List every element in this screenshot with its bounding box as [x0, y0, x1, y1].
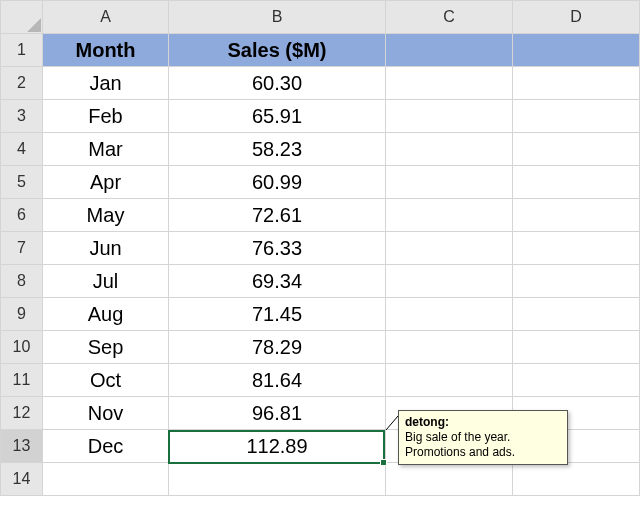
row-header[interactable]: 2 — [1, 67, 43, 100]
row-header[interactable]: 10 — [1, 331, 43, 364]
cell-C9[interactable] — [386, 298, 513, 331]
row-header[interactable]: 14 — [1, 463, 43, 496]
row-header[interactable]: 5 — [1, 166, 43, 199]
cell-B3[interactable]: 65.91 — [169, 100, 386, 133]
cell-A4[interactable]: Mar — [43, 133, 169, 166]
cell-C5[interactable] — [386, 166, 513, 199]
row-header[interactable]: 7 — [1, 232, 43, 265]
cell-C10[interactable] — [386, 331, 513, 364]
cell-D14[interactable] — [513, 463, 640, 496]
cell-D8[interactable] — [513, 265, 640, 298]
row-header[interactable]: 8 — [1, 265, 43, 298]
cell-B14[interactable] — [169, 463, 386, 496]
comment-text-line: Big sale of the year. — [405, 430, 510, 444]
row-header[interactable]: 6 — [1, 199, 43, 232]
cell-D1[interactable] — [513, 34, 640, 67]
cell-B2[interactable]: 60.30 — [169, 67, 386, 100]
cell-C4[interactable] — [386, 133, 513, 166]
cell-B8[interactable]: 69.34 — [169, 265, 386, 298]
cell-A5[interactable]: Apr — [43, 166, 169, 199]
row-header[interactable]: 13 — [1, 430, 43, 463]
cell-A6[interactable]: May — [43, 199, 169, 232]
cell-B5[interactable]: 60.99 — [169, 166, 386, 199]
cell-D5[interactable] — [513, 166, 640, 199]
cell-B1[interactable]: Sales ($M) — [169, 34, 386, 67]
row-header[interactable]: 1 — [1, 34, 43, 67]
comment-tooltip[interactable]: detong: Big sale of the year. Promotions… — [398, 410, 568, 465]
cell-A3[interactable]: Feb — [43, 100, 169, 133]
cell-B12[interactable]: 96.81 — [169, 397, 386, 430]
fill-handle[interactable] — [380, 459, 387, 466]
cell-C2[interactable] — [386, 67, 513, 100]
cell-D6[interactable] — [513, 199, 640, 232]
cell-C3[interactable] — [386, 100, 513, 133]
cell-A1[interactable]: Month — [43, 34, 169, 67]
select-all-triangle-icon — [27, 18, 41, 32]
cell-C14[interactable] — [386, 463, 513, 496]
row-header[interactable]: 9 — [1, 298, 43, 331]
cell-B9[interactable]: 71.45 — [169, 298, 386, 331]
cell-B6[interactable]: 72.61 — [169, 199, 386, 232]
cell-C11[interactable] — [386, 364, 513, 397]
cell-A12[interactable]: Nov — [43, 397, 169, 430]
cell-C7[interactable] — [386, 232, 513, 265]
row-header[interactable]: 11 — [1, 364, 43, 397]
column-header-A[interactable]: A — [43, 1, 169, 34]
comment-text-line: Promotions and ads. — [405, 445, 515, 459]
cell-C6[interactable] — [386, 199, 513, 232]
cell-A11[interactable]: Oct — [43, 364, 169, 397]
cell-D7[interactable] — [513, 232, 640, 265]
cell-D3[interactable] — [513, 100, 640, 133]
cell-A9[interactable]: Aug — [43, 298, 169, 331]
cell-C1[interactable] — [386, 34, 513, 67]
cell-B11[interactable]: 81.64 — [169, 364, 386, 397]
row-header[interactable]: 12 — [1, 397, 43, 430]
cell-A13[interactable]: Dec — [43, 430, 169, 463]
row-header[interactable]: 4 — [1, 133, 43, 166]
cell-B7[interactable]: 76.33 — [169, 232, 386, 265]
column-header-C[interactable]: C — [386, 1, 513, 34]
cell-C8[interactable] — [386, 265, 513, 298]
svg-marker-0 — [27, 18, 41, 32]
cell-D9[interactable] — [513, 298, 640, 331]
cell-B4[interactable]: 58.23 — [169, 133, 386, 166]
select-all-corner[interactable] — [1, 1, 43, 34]
row-header[interactable]: 3 — [1, 100, 43, 133]
cell-A2[interactable]: Jan — [43, 67, 169, 100]
cell-A7[interactable]: Jun — [43, 232, 169, 265]
cell-D2[interactable] — [513, 67, 640, 100]
cell-B13[interactable]: 112.89 — [169, 430, 386, 463]
cell-A10[interactable]: Sep — [43, 331, 169, 364]
column-header-D[interactable]: D — [513, 1, 640, 34]
cell-B10[interactable]: 78.29 — [169, 331, 386, 364]
cell-A8[interactable]: Jul — [43, 265, 169, 298]
cell-D4[interactable] — [513, 133, 640, 166]
cell-A14[interactable] — [43, 463, 169, 496]
column-header-B[interactable]: B — [169, 1, 386, 34]
comment-author: detong: — [405, 415, 561, 430]
cell-D10[interactable] — [513, 331, 640, 364]
cell-D11[interactable] — [513, 364, 640, 397]
